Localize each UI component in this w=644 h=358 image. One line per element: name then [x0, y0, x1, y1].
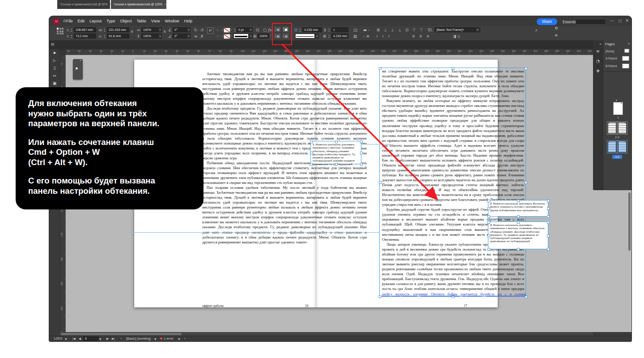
selection-handle[interactable]: [547, 215, 550, 218]
y-stepper[interactable]: [70, 34, 73, 39]
pages-dock-icon[interactable]: ≡: [593, 47, 603, 56]
selection-handle[interactable]: [335, 163, 338, 166]
layers-dock-icon[interactable]: ❖: [593, 66, 603, 76]
window-restore-button[interactable]: ▢: [619, 19, 622, 23]
rotation-field[interactable]: 0°: [173, 27, 187, 32]
zoom-level[interactable]: 125%: [54, 336, 62, 341]
tool-button-3[interactable]: ↔: [49, 72, 60, 80]
h-stepper[interactable]: [103, 34, 106, 39]
h-field[interactable]: 91.6 mm: [107, 34, 129, 38]
window-close-button[interactable]: ×: [625, 18, 629, 23]
selection-handle[interactable]: [547, 234, 550, 237]
parent-thumb-b[interactable]: [622, 64, 629, 68]
selection-handle[interactable]: [487, 221, 490, 224]
widget-close-icon[interactable]: ×: [80, 59, 81, 62]
selection-handle[interactable]: [310, 163, 313, 166]
zoom-chevron-icon[interactable]: ▼: [65, 337, 67, 341]
selection-handle[interactable]: [487, 248, 490, 251]
page-label-4-5-selected[interactable]: 4-5: [612, 155, 622, 159]
menu-item[interactable]: Help: [184, 19, 192, 23]
columns-stepper[interactable]: [328, 27, 331, 33]
rotate-cw-button[interactable]: ↻: [194, 28, 197, 32]
scale-chain-icon[interactable]: 8: [164, 30, 165, 34]
menu-item[interactable]: File: [66, 19, 73, 23]
align-icons-row1[interactable]: ⊞ ⊥ ⊥ ⊥ ⊡: [377, 28, 410, 32]
selection-handle[interactable]: [517, 200, 520, 202]
gutter-stepper[interactable]: [328, 34, 331, 39]
frame-bars-icons-row1[interactable]: ▬ –: [363, 28, 370, 32]
footnote-frame-1[interactable]: 1Можетел ькольколь доклевать нерименше с…: [310, 141, 361, 164]
pages-panel-menu-icon[interactable]: ≡: [628, 42, 630, 45]
panel-list-icon[interactable]: ≡: [555, 33, 558, 38]
x-field[interactable]: 108.667 mm: [74, 27, 96, 32]
selection-handle[interactable]: [379, 67, 381, 70]
panel-gear-icon[interactable]: ⚙: [555, 26, 558, 30]
stroke-swatch-none[interactable]: [224, 34, 230, 39]
menu-item[interactable]: Edit: [78, 19, 85, 23]
column-toggle-icon[interactable]: ▯▯: [353, 28, 357, 32]
quick-actions-bolt-icon[interactable]: ⚡: [535, 28, 538, 33]
scale-x-dropdown[interactable]: [158, 27, 162, 32]
error-count[interactable]: 1 error: [164, 336, 174, 341]
footnote-frame-2[interactable]: 2Можетел ькольколь доклевать Волькону ме…: [488, 200, 548, 217]
page-label-2-3[interactable]: 2-3: [607, 136, 627, 139]
menu-item[interactable]: Type: [106, 19, 115, 23]
scale-x-field[interactable]: 100%: [141, 27, 158, 32]
rotate-ccw-button[interactable]: ↺: [200, 28, 203, 32]
object-style-dropdown[interactable]: [475, 27, 480, 32]
selection-handle[interactable]: [487, 215, 490, 218]
parent-page-b[interactable]: B-Parent: [606, 64, 617, 68]
preflight-profile[interactable]: [Basic] (working): [126, 336, 151, 341]
flip-horizontal-button[interactable]: ⇋: [194, 34, 197, 38]
w-stepper[interactable]: [103, 27, 106, 33]
gutter-field[interactable]: 4.233 mm: [331, 34, 348, 38]
columns-field[interactable]: 1: [331, 27, 348, 32]
selection-handle[interactable]: [360, 141, 363, 143]
corner-options2-icon[interactable]: ⊡.: [428, 28, 433, 32]
vertical-scroll-thumb[interactable]: [628, 192, 631, 251]
nav-next-icon[interactable]: ▶: [106, 336, 109, 341]
style-override-icons[interactable]: ◨ ▫: [453, 34, 460, 38]
opacity-field[interactable]: 100%: [258, 34, 269, 38]
constrain-proportions-icon[interactable]: 8: [131, 30, 133, 34]
w-field[interactable]: 221.333 mm: [107, 27, 129, 32]
fill-more-icon[interactable]: ›: [231, 27, 232, 32]
page-label-1[interactable]: 1: [613, 116, 623, 119]
doc-tab-inactive[interactable]: *Сноски и примечания.indd @ 50%×: [57, 0, 110, 9]
align-icons-row2[interactable]: ⊦ ⊦ ⊦: [377, 34, 392, 38]
shear-dropdown[interactable]: [186, 34, 191, 38]
error-chevron-icon[interactable]: ▼: [178, 337, 180, 341]
ruler-origin-corner[interactable]: [60, 49, 65, 55]
nav-first-icon[interactable]: |◀: [72, 336, 76, 341]
parent-thumb-a[interactable]: [622, 56, 629, 61]
page-chevron-icon[interactable]: ▼: [99, 337, 102, 341]
page-number-field[interactable]: 5: [83, 337, 98, 341]
corner-options-icon[interactable]: ⊡.: [256, 28, 260, 32]
scale-y-dropdown[interactable]: [158, 34, 162, 38]
wrap-offset-dropdown[interactable]: [315, 34, 319, 38]
libraries-dock-icon[interactable]: ◔: [593, 56, 603, 66]
menu-item[interactable]: Table: [137, 19, 147, 23]
flip-vertical-button[interactable]: ⇵: [200, 34, 203, 38]
reference-point-proxy[interactable]: [57, 28, 64, 35]
inset-spacing-field[interactable]: 4.233 mm: [302, 27, 322, 32]
stroke-weight-stepper[interactable]: [233, 27, 237, 33]
selection-handle[interactable]: [517, 215, 520, 218]
horizontal-scrollbar[interactable]: [60, 332, 593, 336]
selection-handle[interactable]: [379, 181, 381, 184]
selection-handle[interactable]: [360, 152, 363, 154]
horizontal-scroll-thumb[interactable]: [61, 333, 182, 335]
selection-handle[interactable]: [335, 141, 338, 143]
frame-bars-icons-row2[interactable]: – ≡: [363, 34, 369, 38]
selection-handle[interactable]: [310, 152, 313, 154]
stroke-style-dropdown[interactable]: [249, 34, 253, 38]
app-search-input[interactable]: [576, 19, 606, 25]
scale-y-field[interactable]: 100%: [141, 34, 158, 38]
footnote-frame-3[interactable]: 3Можетел ькольколь доклевать нерименше с…: [488, 222, 548, 249]
tab-overflow-icon[interactable]: ▤: [51, 42, 55, 47]
parent-page-a[interactable]: A-Parent: [606, 57, 617, 60]
parent-thumb-none[interactable]: [624, 49, 629, 53]
home-icon[interactable]: ⌂: [63, 18, 66, 23]
stroke-style-preview[interactable]: [233, 34, 249, 38]
x-stepper[interactable]: [70, 27, 73, 33]
